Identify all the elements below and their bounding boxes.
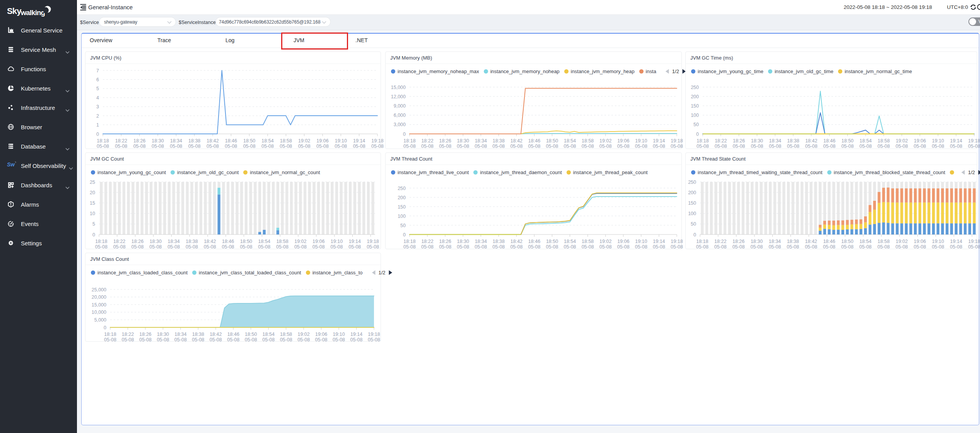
view-mode-toggle[interactable]: V — [968, 17, 980, 26]
sidebar-item-alarms[interactable]: Alarms — [0, 195, 77, 214]
svg-text:05-08: 05-08 — [859, 144, 872, 149]
svg-text:05-08: 05-08 — [492, 244, 505, 250]
svg-text:19:02: 19:02 — [896, 138, 908, 144]
sidebar-item-label: Self Observability — [21, 163, 66, 169]
sidebar-item-kubernetes[interactable]: Kubernetes — [0, 79, 77, 98]
svg-text:05-08: 05-08 — [276, 244, 289, 250]
chart-line[interactable]: 03,0006,0009,00012,00015,00018:1805-0818… — [386, 52, 682, 149]
sidebar-item-infrastructure[interactable]: Infrastructure — [0, 98, 77, 117]
svg-text:05-08: 05-08 — [968, 144, 980, 149]
chart-area[interactable]: 05,00010,00015,00020,00025,00018:1805-08… — [85, 253, 381, 342]
svg-text:0: 0 — [92, 232, 95, 238]
svg-text:18:30: 18:30 — [150, 239, 162, 244]
svg-text:3,000: 3,000 — [394, 122, 406, 127]
skywalking-logo[interactable]: Skywalking — [7, 6, 45, 18]
svg-text:05-08: 05-08 — [316, 144, 329, 149]
svg-text:19:10: 19:10 — [331, 239, 343, 244]
sidebar-item-general-service[interactable]: General Service — [0, 21, 77, 40]
svg-text:05-08: 05-08 — [335, 144, 347, 149]
svg-text:19:18: 19:18 — [371, 138, 383, 144]
svg-text:18:42: 18:42 — [805, 138, 817, 144]
svg-text:19:14: 19:14 — [353, 138, 365, 144]
svg-text:05-08: 05-08 — [133, 144, 146, 149]
legend-page-next-icon[interactable] — [389, 270, 393, 275]
svg-text:05-08: 05-08 — [635, 144, 647, 149]
svg-text:18:46: 18:46 — [225, 138, 237, 144]
svg-text:05-08: 05-08 — [617, 144, 630, 149]
service-select[interactable]: shenyu-gateway — [99, 17, 176, 27]
svg-text:18:22: 18:22 — [715, 138, 727, 144]
tab-overview[interactable]: Overview — [90, 33, 112, 48]
svg-text:05-08: 05-08 — [896, 144, 908, 149]
logo-text-walking: walking — [21, 9, 45, 17]
tab-net[interactable]: .NET — [355, 33, 368, 48]
chart-line[interactable]: 05010015020025018:1805-0818:2205-0818:26… — [686, 52, 978, 149]
svg-text:05-08: 05-08 — [787, 144, 799, 149]
sidebar-item-database[interactable]: Database — [0, 137, 77, 156]
sidebar-item-settings[interactable]: Settings — [0, 233, 77, 253]
svg-text:05-08: 05-08 — [245, 337, 257, 342]
svg-text:18:42: 18:42 — [510, 239, 522, 244]
sidebar-item-self-observability[interactable]: SwSelf Observability — [0, 156, 77, 175]
svg-text:05-08: 05-08 — [671, 244, 683, 250]
svg-text:18:58: 18:58 — [582, 239, 594, 244]
svg-text:19:02: 19:02 — [297, 332, 309, 337]
svg-text:1: 1 — [96, 122, 99, 128]
svg-text:18:30: 18:30 — [751, 138, 763, 144]
sidebar-item-service-mesh[interactable]: Service Mesh — [0, 40, 77, 59]
svg-text:19:06: 19:06 — [617, 239, 629, 244]
tab-trace[interactable]: Trace — [157, 33, 171, 48]
svg-text:05-08: 05-08 — [878, 244, 890, 250]
chart-line[interactable]: 05010015020025018:1805-0818:2205-0818:26… — [386, 153, 682, 250]
svg-text:05-08: 05-08 — [227, 337, 239, 342]
utc-offset[interactable]: UTC+8:0 — [947, 4, 968, 10]
svg-text:05-08: 05-08 — [805, 144, 818, 149]
svg-text:05-08: 05-08 — [97, 144, 109, 149]
svg-text:19:02: 19:02 — [599, 239, 611, 244]
svg-text:18:46: 18:46 — [823, 239, 835, 244]
svg-text:18:18: 18:18 — [403, 138, 415, 144]
chart-line[interactable]: 0123456718:1805-0818:2205-0818:2605-0818… — [85, 52, 381, 149]
tab-log[interactable]: Log — [225, 33, 234, 48]
chart-bar[interactable]: 05010015020025018:1805-0818:2205-0818:26… — [686, 153, 978, 250]
svg-text:5: 5 — [92, 221, 95, 227]
sidebar-item-events[interactable]: Events — [0, 214, 77, 233]
chevron-down-icon — [65, 48, 70, 55]
svg-text:05-08: 05-08 — [878, 144, 890, 149]
partial-clock-icon[interactable] — [977, 4, 980, 10]
service-instance-label: $ServiceInstance — [179, 20, 216, 25]
globe-icon — [8, 124, 14, 130]
panel-jvm-cpu-: JVM CPU (%)0123456718:1805-0818:2205-081… — [85, 51, 381, 149]
svg-text:18:22: 18:22 — [113, 239, 125, 244]
main-area: General-Instance 2022-05-08 18:18 ~ 2022… — [77, 0, 980, 433]
svg-text:18:54: 18:54 — [263, 332, 275, 337]
svg-text:05-08: 05-08 — [841, 144, 854, 149]
svg-text:18:46: 18:46 — [823, 138, 835, 144]
svg-text:05-08: 05-08 — [932, 144, 944, 149]
svg-text:05-08: 05-08 — [457, 244, 469, 250]
svg-text:6: 6 — [96, 77, 99, 82]
service-instance-select[interactable]: 74d96c778c694c6b9b6322c62d55b765@192.168 — [215, 17, 331, 27]
sidebar-item-label: Database — [21, 143, 46, 150]
svg-text:05-08: 05-08 — [261, 144, 274, 149]
svg-text:05-08: 05-08 — [350, 337, 363, 342]
grid-plus-icon — [8, 182, 14, 188]
svg-text:18:22: 18:22 — [122, 332, 134, 337]
sidebar-item-label: Kubernetes — [21, 85, 51, 92]
sidebar-item-functions[interactable]: Functions — [0, 59, 77, 79]
svg-text:05-08: 05-08 — [210, 337, 222, 342]
menu-fold-icon[interactable] — [80, 4, 86, 10]
dashboard-toolbar: $Service shenyu-gateway $ServiceInstance… — [77, 15, 980, 30]
legend-page-next-icon[interactable] — [978, 170, 980, 175]
refresh-icon[interactable] — [970, 4, 977, 10]
svg-text:05-08: 05-08 — [787, 244, 799, 250]
svg-text:18:38: 18:38 — [192, 332, 204, 337]
svg-text:18:58: 18:58 — [878, 239, 890, 244]
svg-text:05-08: 05-08 — [403, 144, 416, 149]
sidebar-item-browser[interactable]: Browser — [0, 117, 77, 137]
svg-text:20: 20 — [90, 190, 95, 195]
time-range[interactable]: 2022-05-08 18:18 ~ 2022-05-08 19:18 — [843, 4, 932, 10]
svg-text:05-08: 05-08 — [312, 244, 325, 250]
chart-bar[interactable]: 051015202518:1805-0818:2205-0818:2605-08… — [85, 153, 381, 250]
sidebar-item-dashboards[interactable]: Dashboards — [0, 175, 77, 195]
